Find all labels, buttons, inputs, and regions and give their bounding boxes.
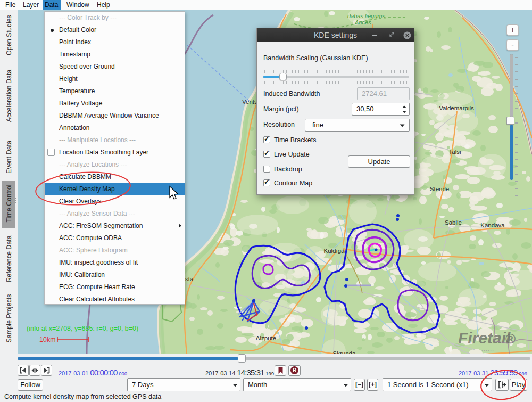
svg-text:Firetail: Firetail xyxy=(458,329,511,347)
svg-text:dabas liegums: dabas liegums xyxy=(347,13,385,19)
svg-text:Stende: Stende xyxy=(430,186,449,192)
svg-text:Kandava: Kandava xyxy=(480,222,505,228)
svg-text:Valdemārpils: Valdemārpils xyxy=(439,105,474,111)
svg-text:®: ® xyxy=(505,331,516,347)
svg-text:Kuldīga: Kuldīga xyxy=(323,248,345,254)
svg-text:Talsi: Talsi xyxy=(448,149,461,155)
svg-text:Aizpute: Aizpute xyxy=(256,335,276,341)
svg-text:Ances: Ances xyxy=(354,19,371,26)
svg-text:Sabile: Sabile xyxy=(445,219,462,226)
